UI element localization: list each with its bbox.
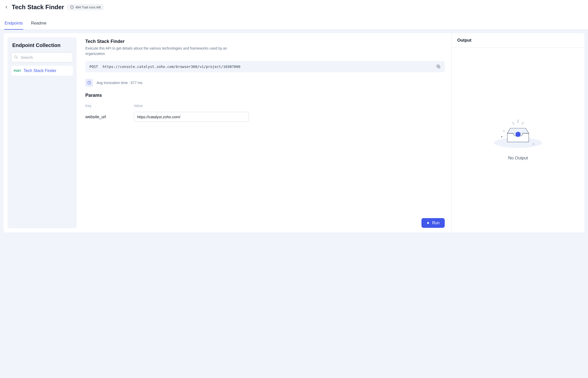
output-body: No Output	[452, 48, 584, 232]
params-header-value: Value	[134, 104, 445, 108]
svg-marker-7	[427, 222, 429, 225]
svg-rect-19	[501, 136, 502, 137]
main-panel: Tech Stack Finder Execute this API to ge…	[81, 33, 452, 232]
request-url-box: POST https://console.catalyst.zoho.com/b…	[85, 61, 445, 72]
request-method: POST	[89, 65, 98, 69]
params-header-key: Key	[85, 104, 134, 108]
svg-line-11	[522, 122, 524, 125]
svg-line-4	[17, 58, 17, 58]
search-input[interactable]	[11, 52, 73, 62]
tab-readme[interactable]: Readme	[30, 18, 47, 30]
svg-line-10	[512, 122, 514, 125]
svg-rect-5	[438, 66, 440, 68]
no-output-text: No Output	[508, 156, 528, 161]
search-icon	[14, 55, 18, 60]
svg-point-3	[15, 56, 17, 58]
page-header: Tech Stack Finder 494 Trail runs left	[0, 0, 588, 13]
param-value-input[interactable]	[134, 112, 249, 122]
page-title: Tech Stack Finder	[12, 4, 64, 11]
back-button[interactable]	[4, 5, 9, 9]
tabs: Endpoints Readme	[0, 18, 588, 30]
request-url: https://console.catalyst.zoho.com/browse…	[103, 65, 240, 69]
method-badge: POST	[14, 69, 21, 72]
play-icon	[427, 221, 430, 225]
info-icon	[70, 5, 74, 9]
sidebar-item-label: Tech Stack Finder	[23, 68, 56, 73]
copy-button[interactable]	[437, 65, 441, 69]
sidebar: Endpoint Collection POST Tech Stack Find…	[8, 37, 77, 228]
tab-endpoints[interactable]: Endpoints	[4, 18, 23, 30]
params-title: Params	[85, 93, 445, 98]
params-header: Key Value	[85, 104, 445, 108]
svg-point-14	[515, 132, 521, 137]
param-row: website_url	[85, 112, 445, 122]
empty-output-illustration	[492, 120, 544, 148]
endpoint-description: Execute this API to get details about th…	[85, 46, 228, 56]
trial-runs-badge: 494 Trail runs left	[67, 4, 104, 10]
chevron-left-icon	[4, 5, 8, 9]
copy-icon	[437, 65, 441, 69]
clock-icon	[85, 79, 93, 87]
sidebar-item-tech-stack-finder[interactable]: POST Tech Stack Finder	[11, 66, 73, 76]
avg-invocation-row: Avg Invocation time : 977 ms	[85, 79, 445, 87]
search-box	[11, 52, 73, 62]
sidebar-title: Endpoint Collection	[11, 42, 73, 48]
trial-runs-text: 494 Trail runs left	[75, 5, 101, 9]
param-key: website_url	[85, 115, 134, 119]
endpoint-title: Tech Stack Finder	[85, 39, 445, 44]
avg-invocation-text: Avg Invocation time : 977 ms	[97, 81, 143, 85]
run-button[interactable]: Run	[421, 218, 445, 228]
output-panel: Output	[452, 33, 584, 232]
output-title: Output	[452, 33, 584, 48]
run-button-label: Run	[432, 221, 440, 225]
